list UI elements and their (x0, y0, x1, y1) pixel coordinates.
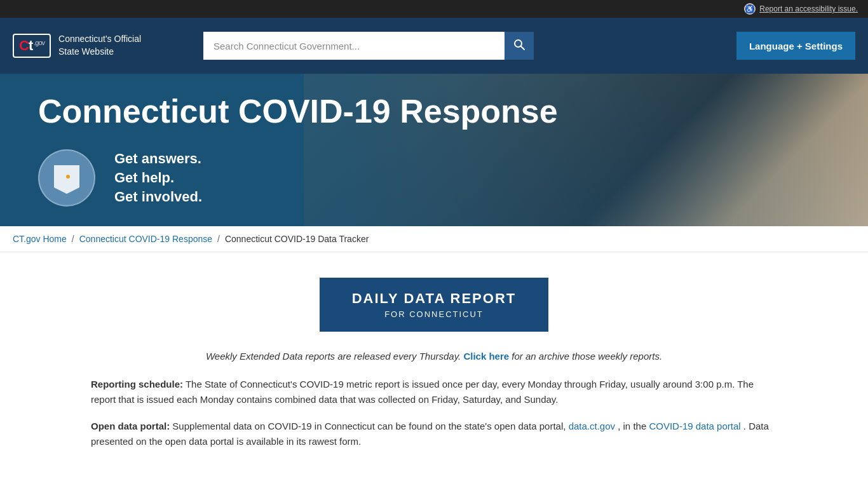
tagline-line1: Connecticut's Official (58, 33, 141, 46)
search-icon (513, 38, 526, 54)
hero-sub-row: Get answers. Get help. Get involved. (38, 149, 558, 207)
weekly-note: Weekly Extended Data reports are release… (91, 351, 777, 362)
hero-tagline-3: Get involved. (114, 189, 202, 205)
breadcrumb-sep-2: / (217, 234, 220, 244)
open-data-text-before: Supplemental data on COVID-19 in Connect… (172, 421, 566, 431)
info-section: Reporting schedule: The State of Connect… (91, 377, 777, 449)
search-input[interactable] (203, 32, 505, 60)
logo-tagline: Connecticut's Official State Website (58, 33, 141, 58)
main-header: Ct.gov Connecticut's Official State Webs… (0, 18, 868, 74)
reporting-schedule-para: Reporting schedule: The State of Connect… (91, 377, 777, 407)
breadcrumb-sep-1: / (72, 234, 74, 244)
breadcrumb-parent[interactable]: Connecticut COVID-19 Response (79, 234, 212, 244)
breadcrumb-current: Connecticut COVID-19 Data Tracker (225, 234, 369, 244)
logo-ct-white: t (29, 37, 32, 53)
daily-report-title: DAILY DATA REPORT (339, 290, 529, 307)
hero-tagline-1: Get answers. (114, 151, 202, 167)
hero-title: Connecticut COVID-19 Response (38, 93, 558, 130)
breadcrumb-home[interactable]: CT.gov Home (13, 234, 67, 244)
logo-gov-text: .gov (34, 39, 44, 46)
ct-seal-inner (48, 159, 86, 197)
language-settings-button[interactable]: Language + Settings (736, 32, 855, 60)
accessibility-icon: ♿ (744, 3, 756, 15)
accessibility-link[interactable]: Report an accessibility issue. (759, 4, 858, 13)
daily-report-button[interactable]: DAILY DATA REPORT FOR CONNECTICUT (320, 278, 548, 332)
data-ct-gov-link[interactable]: data.ct.gov (569, 421, 615, 431)
weekly-click-here-link[interactable]: Click here (463, 351, 509, 362)
covid-data-portal-link[interactable]: COVID-19 data portal (649, 421, 740, 431)
search-area (203, 32, 534, 60)
hero-taglines: Get answers. Get help. Get involved. (114, 151, 202, 205)
open-data-label: Open data portal: (91, 421, 170, 431)
tagline-line2: State Website (58, 46, 141, 58)
hero-content: Connecticut COVID-19 Response Get answer… (38, 93, 558, 206)
ct-seal (38, 149, 95, 207)
hero-section: Connecticut COVID-19 Response Get answer… (0, 74, 868, 226)
reporting-schedule-label: Reporting schedule: (91, 379, 183, 390)
accessibility-bar: ♿ Report an accessibility issue. (0, 0, 868, 18)
breadcrumb: CT.gov Home / Connecticut COVID-19 Respo… (0, 226, 868, 252)
logo-badge: Ct.gov (13, 34, 51, 58)
weekly-note-after: for an archive those weekly reports. (512, 351, 662, 362)
logo-ct-text: Ct.gov (19, 37, 44, 54)
weekly-note-before: Weekly Extended Data reports are release… (206, 351, 461, 362)
search-button[interactable] (505, 32, 534, 60)
svg-point-3 (66, 175, 70, 179)
logo-area: Ct.gov Connecticut's Official State Webs… (13, 33, 191, 58)
daily-report-subtitle: FOR CONNECTICUT (339, 309, 529, 319)
svg-line-1 (521, 46, 525, 50)
hero-tagline-2: Get help. (114, 170, 202, 186)
open-data-para: Open data portal: Supplemental data on C… (91, 419, 777, 449)
main-content: DAILY DATA REPORT FOR CONNECTICUT Weekly… (53, 252, 815, 486)
open-data-text-middle: , in the (618, 421, 646, 431)
svg-marker-2 (54, 165, 79, 194)
logo-ct-red: C (19, 37, 29, 53)
reporting-schedule-text: The State of Connecticut's COVID-19 metr… (91, 379, 754, 405)
